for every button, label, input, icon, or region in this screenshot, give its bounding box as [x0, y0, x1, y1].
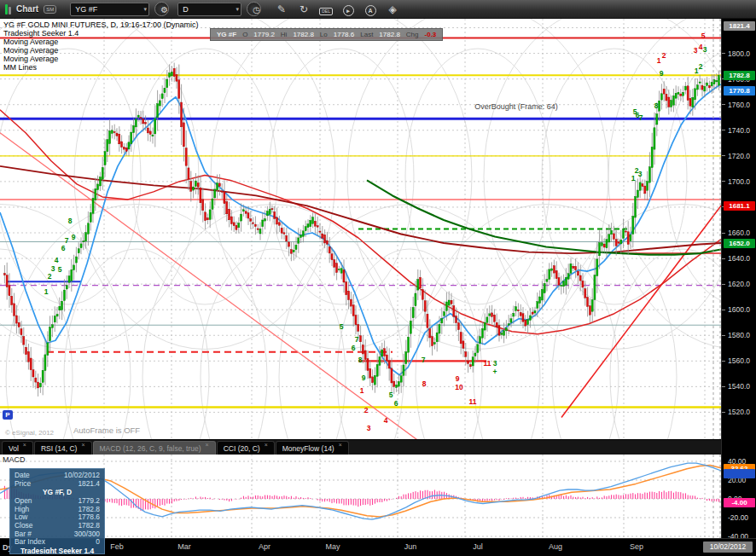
svg-text:9: 9 — [660, 69, 664, 78]
quote-field-value: 1782.8 — [379, 31, 399, 38]
svg-text:5: 5 — [701, 32, 706, 40]
tooltip-footer: Tradesight Seeker 1.4 — [10, 547, 104, 554]
play-icon[interactable]: ▸ — [340, 2, 357, 17]
svg-text:6: 6 — [352, 344, 356, 352]
svg-text:1: 1 — [657, 56, 661, 65]
macd-chart[interactable] — [0, 455, 721, 538]
copyright-label: © eSignal, 2012 — [5, 429, 54, 437]
price-axis[interactable]: 1800.01780.01760.01740.01720.01700.01680… — [721, 19, 756, 538]
price-tick-label: 1700.0 — [728, 177, 750, 186]
svg-text:2: 2 — [48, 272, 52, 281]
price-tick — [722, 361, 725, 362]
quote-field-value: 1778.6 — [334, 31, 354, 38]
price-tick — [722, 335, 725, 336]
window-title: Chart — [16, 4, 38, 14]
tab-moneyflow[interactable]: MoneyFlow (14)× — [276, 441, 349, 455]
svg-text:1: 1 — [44, 287, 49, 296]
quote-field-value: 1779.2 — [253, 31, 274, 38]
p-badge[interactable]: P — [3, 410, 13, 420]
svg-text:7: 7 — [639, 113, 643, 122]
svg-text:2: 2 — [364, 406, 369, 414]
svg-text:5: 5 — [389, 391, 393, 399]
data-window-tooltip: Date10/02/2012Price1821.4YG #F, DOpen177… — [9, 468, 105, 554]
title-badge: SM — [44, 5, 56, 14]
price-tick-label: 1720.0 — [728, 152, 750, 160]
price-badge: 1652.0 — [724, 239, 755, 248]
price-tick-label: 1740.0 — [728, 126, 750, 135]
tab-close-icon[interactable]: × — [206, 442, 209, 449]
del-key-icon[interactable]: DEL — [317, 2, 334, 17]
quote-field-value: 1782.8 — [293, 31, 313, 38]
svg-text:3: 3 — [493, 359, 497, 368]
interval-input[interactable] — [177, 3, 241, 16]
clock-icon[interactable]: ◷ — [247, 2, 261, 16]
tab-rsi[interactable]: RSI (14, C)× — [34, 441, 92, 455]
tab-close-icon[interactable]: × — [265, 442, 268, 449]
svg-text:1: 1 — [360, 386, 364, 395]
svg-text:11: 11 — [484, 359, 491, 368]
price-badge: 1770.8 — [724, 86, 755, 96]
price-tick-label: 1760.0 — [728, 101, 750, 109]
svg-text:8: 8 — [654, 101, 659, 110]
time-axis[interactable]: Dy 10/02/2012 FebMarAprMayJunJulAugSep — [0, 538, 756, 556]
svg-text:3: 3 — [694, 46, 698, 55]
overbought-label: OverBought (Frame: 64) — [465, 102, 567, 111]
chart-window-icon — [5, 4, 11, 14]
macd-badge: -4.00 — [724, 498, 755, 507]
price-tick — [722, 386, 725, 387]
price-tick — [722, 53, 725, 54]
price-badge: 1821.4 — [724, 21, 755, 31]
macd-tick-label: -20.00 — [728, 513, 748, 522]
price-tick — [722, 310, 725, 310]
svg-text:7: 7 — [65, 236, 69, 245]
tab-macd[interactable]: MACD (12, 26, C, 9, false, true)× — [93, 441, 216, 455]
svg-text:2: 2 — [699, 62, 703, 71]
price-tick — [722, 233, 725, 234]
tab-close-icon[interactable]: × — [81, 442, 84, 449]
svg-text:6: 6 — [61, 244, 66, 252]
tab-close-icon[interactable]: × — [23, 442, 26, 449]
gear-icon[interactable]: ⚙ — [154, 2, 169, 16]
month-label-jul: Jul — [473, 542, 483, 551]
auto-a-icon[interactable]: A — [362, 2, 379, 17]
svg-text:8: 8 — [422, 379, 427, 388]
svg-text:3: 3 — [367, 424, 371, 432]
indicator-tabs: Vol×RSI (14, C)×MACD (12, 26, C, 9, fals… — [0, 439, 756, 455]
symbol-input[interactable] — [70, 3, 149, 16]
price-tick-label: 1560.0 — [728, 356, 750, 365]
svg-text:3: 3 — [51, 264, 55, 273]
quote-bar[interactable]: YG #FO1779.2Hi1782.8Lo1778.6Last1782.8Ch… — [210, 28, 443, 41]
cursor-date-badge: 10/02/2012 — [703, 542, 753, 553]
quote-field-label: Last — [360, 31, 373, 38]
price-tick — [722, 412, 725, 413]
svg-text:11: 11 — [469, 397, 477, 406]
svg-text:6: 6 — [394, 399, 398, 408]
price-tick — [722, 130, 725, 130]
redo-icon[interactable]: ↻ — [295, 2, 312, 17]
month-label-may: May — [325, 542, 340, 551]
svg-text:1: 1 — [631, 174, 636, 182]
quote-field-label: O — [242, 31, 247, 38]
pencil-icon[interactable]: ✎ — [273, 2, 290, 17]
chart-legend: YG #F GOLD MINI FUTURES, D, 19:16-17:00 … — [3, 20, 199, 72]
svg-text:9: 9 — [72, 233, 76, 241]
quote-field-value: -0.3 — [425, 31, 437, 38]
svg-text:4: 4 — [384, 416, 388, 425]
month-label-feb: Feb — [110, 542, 124, 551]
tab-close-icon[interactable]: × — [339, 442, 342, 449]
svg-text:10: 10 — [455, 383, 463, 391]
month-label-mar: Mar — [177, 542, 191, 551]
candlestick-chart[interactable]: 123456789567891234567891011113+123567891… — [0, 19, 721, 439]
price-tick-label: 1800.0 — [728, 49, 750, 58]
eraser-icon[interactable]: ◈ — [384, 2, 401, 17]
svg-text:5: 5 — [340, 322, 344, 331]
macd-pane[interactable]: MACD — [0, 455, 721, 538]
svg-text:2: 2 — [662, 51, 666, 60]
price-chart-pane[interactable]: 123456789567891234567891011113+123567891… — [0, 19, 721, 439]
tab-cci[interactable]: CCI (20, C)× — [217, 441, 275, 455]
tab-vol[interactable]: Vol× — [2, 441, 33, 455]
price-tick-label: 1660.0 — [728, 229, 750, 237]
month-label-jun: Jun — [404, 542, 417, 551]
month-label-aug: Aug — [549, 542, 562, 551]
svg-text:9: 9 — [456, 374, 460, 383]
